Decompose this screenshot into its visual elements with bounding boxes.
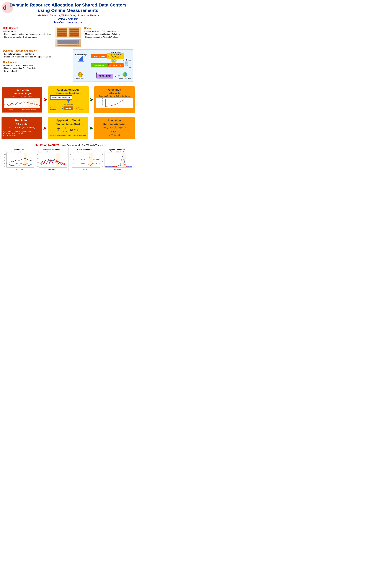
- allocation-title-2: Allocation: [96, 119, 133, 122]
- discontent-chart: Discontent D_i Goal Response Time ——: [96, 98, 133, 108]
- svg-rect-21: [82, 56, 83, 62]
- svg-rect-77: [89, 153, 93, 168]
- arrow-4: ➤: [88, 117, 94, 139]
- workloads-area: 120 80 60 40 0: [4, 153, 34, 168]
- prediction-panel-2: Prediction AR(1) Model aj+1 = ā + R(1)·(…: [2, 117, 42, 139]
- challenges-list: Reallocation at short time-scales No pri…: [3, 64, 71, 72]
- svg-rect-18: [79, 60, 80, 62]
- svg-marker-45: [67, 100, 70, 103]
- svg-text:400: 400: [37, 166, 38, 167]
- allocation-panel-2: Allocation Non-linear optimization Min{w…: [94, 117, 134, 139]
- main-title: Dynamic Resource Allocation for Shared D…: [3, 2, 133, 13]
- svg-text:25: 25: [102, 154, 104, 155]
- svg-text:800: 800: [37, 158, 38, 159]
- data-centers-list: Server farms Rent computing and storage …: [3, 30, 52, 38]
- allocation-panel-1: Allocation Utility Model Discontent func…: [94, 86, 134, 113]
- top-section: Data Centers Server farms Rent computing…: [0, 25, 136, 49]
- sa-legend: — App 2 — App 1: [69, 151, 100, 153]
- svg-point-15: [77, 40, 78, 42]
- arch-left-text: Dynamic Resource Allocation Estimate wor…: [3, 50, 71, 82]
- prediction-panel-1: Prediction Time Series Analysis Workload…: [2, 87, 42, 112]
- svg-text:600: 600: [37, 162, 38, 163]
- goals-section: Goals: Satisfy application QoS guarantee…: [84, 27, 133, 47]
- workloads-chart: Workloads — Total — App 2 — App 1 120 80…: [3, 148, 35, 171]
- svg-rect-6: [58, 34, 66, 36]
- three-panel-row1: Prediction Time Series Analysis Workload…: [0, 85, 136, 114]
- dr-bullet-2: Periodically re-allocate resources among…: [3, 56, 71, 58]
- svg-text:120: 120: [70, 154, 72, 155]
- model-flow: QoS Reqmts ⇒ Model ⇒ Rsrc Reqmts: [50, 106, 87, 110]
- logo: d: [2, 2, 14, 14]
- svg-point-16: [77, 43, 78, 44]
- arrow-1: ➤: [43, 86, 48, 113]
- prediction-title-2: Prediction: [3, 119, 40, 122]
- svg-text:Discontent D_i: Discontent D_i: [102, 98, 103, 105]
- workloads-xlabel: Time (min): [4, 168, 34, 170]
- ts-chart-1: [4, 98, 40, 108]
- goal-bullet-1: Satisfy application QoS guarantees: [84, 30, 133, 33]
- sa-area: 120 80 60 40 0: [69, 153, 100, 168]
- relation-label: Relation between mean response time and …: [50, 134, 86, 136]
- svg-rect-14: [58, 44, 79, 46]
- authors: Abhishek Chandra, Weibo Gong, Prashant S…: [3, 14, 133, 17]
- qos-reqmts-label: QoS Reqmts: [50, 106, 60, 110]
- monitor-box: MONITOR: [91, 63, 108, 68]
- svg-rect-9: [70, 31, 79, 32]
- svg-rect-10: [70, 33, 79, 34]
- institution: UMASS Amherst: [3, 18, 133, 20]
- dc-bullet-3: Revenue for meeting QoS guarantees: [3, 36, 52, 38]
- parameters-label: Parameters: [50, 104, 87, 106]
- svg-text:Response Time ——: Response Time ——: [117, 107, 128, 108]
- svg-rect-5: [58, 33, 66, 34]
- dc-bullet-2: Rent computing and storage resources to …: [3, 33, 52, 36]
- wp-legend: — Actual — Predicted: [36, 151, 67, 153]
- storage-image: [55, 39, 81, 47]
- svg-rect-33: [79, 75, 81, 76]
- allocation-subtitle-1: Utility Model: [96, 92, 133, 94]
- goals-list: Satisfy application QoS guarantees Maxim…: [84, 30, 133, 38]
- opt-eq3: wimin ≤ wi ≤ 1: [96, 134, 133, 136]
- sa-xlabel: Time (min): [69, 168, 100, 170]
- svg-rect-19: [80, 58, 81, 62]
- svg-rect-8: [70, 29, 79, 30]
- opt-eq1: Min{wi} Σi Di(T̄i) subject to: [96, 126, 133, 130]
- svg-text:1200: 1200: [37, 154, 39, 155]
- dynamic-resource-list: Estimate workloads for near future Perio…: [3, 53, 71, 58]
- svg-rect-12: [58, 40, 79, 42]
- workloads-legend: — Total — App 2 — App 1: [4, 151, 34, 153]
- resource-shares-label: Resource Shares: [119, 72, 131, 79]
- ar-equation: aj+1 = ā + R(1)·(aj − ā) + ej: [3, 126, 40, 130]
- arch-section: Dynamic Resource Allocation Estimate wor…: [0, 49, 136, 83]
- wp-xlabel: Time (min): [36, 168, 67, 170]
- appmodel-subtitle-2: Transient Queuing Model: [50, 123, 86, 125]
- arrow-3: ➤: [42, 117, 48, 139]
- svg-text:d: d: [3, 4, 7, 11]
- workloads-title: Workloads: [4, 149, 34, 151]
- svg-rect-42: [28, 98, 40, 108]
- system-discontent-chart: System Discontent — GPS w/o realloc — GP…: [101, 148, 133, 171]
- website-link[interactable]: http://lass.cs.umass.edu: [54, 21, 82, 24]
- svg-rect-85: [122, 153, 126, 168]
- predicted-workload-box: Predicted Workload: [50, 96, 72, 100]
- ar-model-label: AR(1) Model: [3, 123, 40, 125]
- svg-point-17: [77, 45, 78, 46]
- qos-arrow: ⇒: [60, 106, 63, 110]
- goals-title: Goals:: [84, 27, 133, 30]
- svg-text:120: 120: [4, 154, 6, 155]
- sim-title: Simulation Results: Using Soccer World C…: [3, 144, 133, 147]
- svg-rect-25: [125, 61, 128, 65]
- svg-text:80: 80: [4, 157, 5, 158]
- server-image: [55, 27, 81, 38]
- wp-area: 1200 800 600 400: [36, 153, 67, 168]
- svg-text:5: 5: [102, 161, 103, 162]
- svg-text:15: 15: [102, 158, 104, 158]
- share-allocation-chart: Share Allocation — App 2 — App 1 120 80 …: [68, 148, 100, 171]
- svg-text:60: 60: [70, 160, 71, 162]
- svg-marker-30: [124, 65, 129, 66]
- header: d Dynamic Resource Allocation for Shared…: [0, 0, 136, 25]
- data-centers-title: Data Centers: [3, 27, 52, 30]
- svg-rect-13: [58, 42, 79, 44]
- svg-text:40: 40: [70, 164, 71, 164]
- sd-title: System Discontent: [102, 149, 132, 151]
- appmodel-title-1: Application Model: [50, 88, 87, 91]
